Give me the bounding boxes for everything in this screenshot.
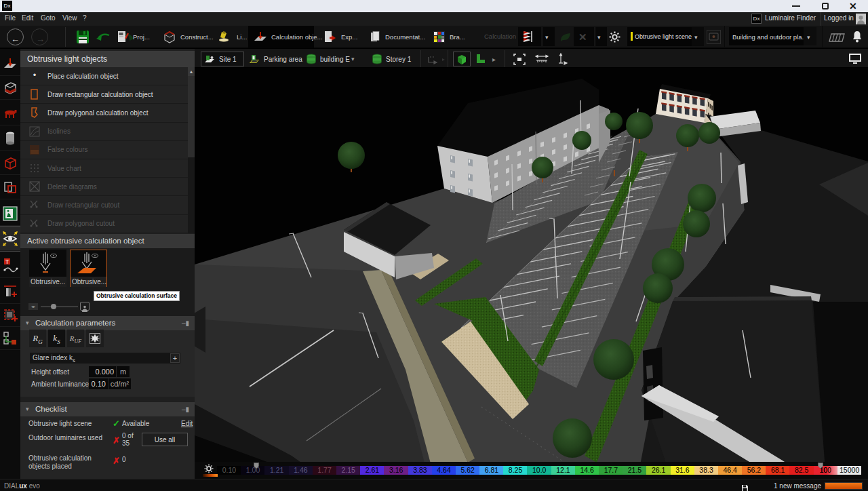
svg-text:T: T xyxy=(5,258,9,265)
